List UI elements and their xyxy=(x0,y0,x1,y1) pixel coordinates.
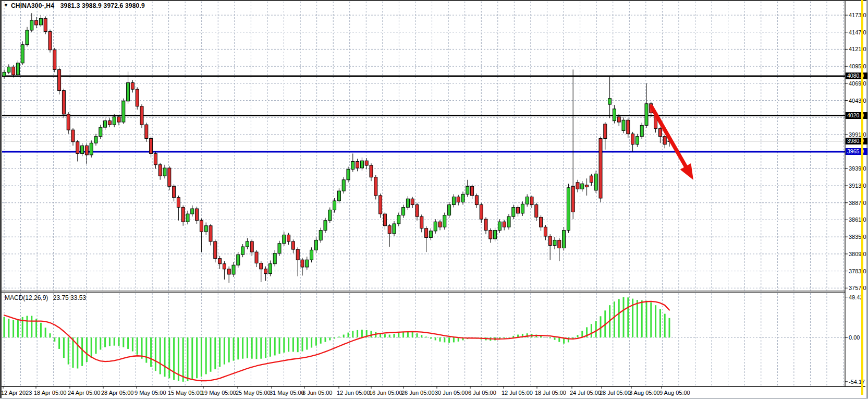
grid-lines xyxy=(2,2,845,386)
svg-text:3809.0: 3809.0 xyxy=(849,251,866,257)
svg-text:4095.0: 4095.0 xyxy=(849,63,866,69)
chart-canvas[interactable]: 4173.04147.04121.04095.04069.04043.03991… xyxy=(0,0,868,399)
svg-text:24 Apr 05:00: 24 Apr 05:00 xyxy=(68,390,100,396)
time-axis[interactable]: 12 Apr 202318 Apr 05:0024 Apr 05:0028 Ap… xyxy=(1,386,690,396)
svg-text:3913.0: 3913.0 xyxy=(849,183,866,189)
macd-values: 23.75 33.53 xyxy=(53,294,86,301)
svg-text:4121.0: 4121.0 xyxy=(849,46,866,52)
svg-text:19 May 05:00: 19 May 05:00 xyxy=(201,390,236,396)
chart-title: CHINA300-,H4 3981.3 3988.9 3972.6 3980.9 xyxy=(11,2,145,9)
macd-indicator-label: MACD(12,26,9) 23.75 33.53 xyxy=(5,294,86,301)
candlestick-series xyxy=(3,13,671,283)
svg-text:24 Jul 05:00: 24 Jul 05:00 xyxy=(570,390,601,396)
svg-text:4069.0: 4069.0 xyxy=(849,80,866,87)
pane-borders xyxy=(1,0,865,386)
svg-text:4147.0: 4147.0 xyxy=(849,29,866,35)
svg-text:0.00: 0.00 xyxy=(849,334,860,341)
svg-text:12 Apr 2023: 12 Apr 2023 xyxy=(1,390,32,396)
macd-name: MACD(12,26,9) xyxy=(5,294,48,301)
svg-text:3861.0: 3861.0 xyxy=(849,216,866,223)
svg-text:3835.0: 3835.0 xyxy=(849,234,866,240)
price-badge-4080: 4080.0 xyxy=(846,72,867,79)
window-border-left xyxy=(0,0,2,399)
svg-text:18 Jul 05:00: 18 Jul 05:00 xyxy=(535,390,566,396)
chart-window: 4173.04147.04121.04095.04069.04043.03991… xyxy=(0,0,868,399)
ohlc-quote-label: 3981.3 3988.9 3972.6 3980.9 xyxy=(60,2,145,9)
svg-text:9 Aug 05:00: 9 Aug 05:00 xyxy=(659,390,690,396)
svg-text:30 Jun 05:00: 30 Jun 05:00 xyxy=(435,390,468,396)
window-border-top xyxy=(0,0,868,1)
svg-text:4173.0: 4173.0 xyxy=(849,12,866,18)
svg-text:3887.0: 3887.0 xyxy=(849,200,866,206)
svg-text:4043.0: 4043.0 xyxy=(849,98,866,104)
svg-text:6 Jul 05:00: 6 Jul 05:00 xyxy=(468,390,496,396)
svg-text:12 Jun 05:00: 12 Jun 05:00 xyxy=(337,390,370,396)
svg-text:3783.0: 3783.0 xyxy=(849,268,866,274)
svg-text:31 May 05:00: 31 May 05:00 xyxy=(270,390,304,396)
svg-text:16 Jun 05:00: 16 Jun 05:00 xyxy=(369,390,402,396)
svg-text:3757.0: 3757.0 xyxy=(849,285,866,291)
svg-text:26 Jun 05:00: 26 Jun 05:00 xyxy=(401,390,435,396)
chevron-down-icon[interactable]: ▼ xyxy=(4,3,8,8)
price-badge-4020: 4020.0 xyxy=(846,112,867,119)
svg-text:3939.0: 3939.0 xyxy=(849,165,866,172)
svg-text:3991.0: 3991.0 xyxy=(849,131,866,138)
svg-text:3 Aug 05:00: 3 Aug 05:00 xyxy=(629,390,660,396)
window-edge-highlight xyxy=(861,0,863,395)
macd-signal-line xyxy=(4,301,669,381)
last-price-badge: 3980.9 xyxy=(846,138,867,144)
svg-text:28 Jul 05:00: 28 Jul 05:00 xyxy=(600,390,631,396)
svg-text:18 Apr 05:00: 18 Apr 05:00 xyxy=(34,390,66,396)
price-badge-3965: 3965.0 xyxy=(846,148,867,155)
svg-text:6 Jun 05:00: 6 Jun 05:00 xyxy=(302,390,333,396)
svg-text:25 May 05:00: 25 May 05:00 xyxy=(236,390,271,396)
svg-text:28 Apr 05:00: 28 Apr 05:00 xyxy=(101,390,133,396)
svg-text:12 Jul 05:00: 12 Jul 05:00 xyxy=(502,390,533,396)
trend-arrow-annotation[interactable] xyxy=(652,107,693,180)
svg-text:15 May 05:00: 15 May 05:00 xyxy=(168,390,203,396)
svg-text:9 May 05:00: 9 May 05:00 xyxy=(135,390,166,396)
symbol-period-label: CHINA300-,H4 xyxy=(11,2,54,9)
